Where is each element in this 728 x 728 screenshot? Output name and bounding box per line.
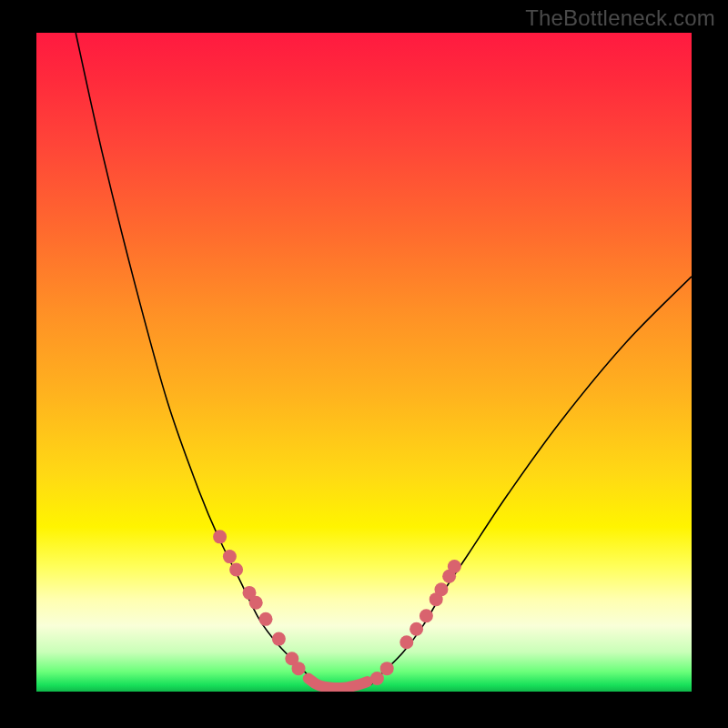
- data-dot: [410, 622, 423, 636]
- data-dot: [229, 563, 243, 577]
- data-dot: [380, 662, 394, 675]
- stage: TheBottleneck.com: [0, 0, 728, 728]
- chart-svg: [36, 33, 692, 692]
- data-dot: [292, 662, 306, 675]
- watermark-text: TheBottleneck.com: [525, 5, 715, 31]
- left-curve: [76, 33, 325, 685]
- data-dot: [399, 635, 413, 649]
- data-dot: [272, 632, 286, 646]
- data-dot: [249, 596, 263, 610]
- data-dot: [448, 560, 461, 573]
- data-dots: [213, 530, 461, 685]
- data-dot: [223, 550, 237, 563]
- data-dot: [259, 612, 273, 626]
- data-dot: [420, 609, 433, 622]
- plot-area: [36, 33, 692, 692]
- data-dot: [434, 582, 448, 596]
- data-dot: [213, 530, 227, 543]
- trough-line: [308, 679, 368, 688]
- data-dot: [370, 672, 384, 685]
